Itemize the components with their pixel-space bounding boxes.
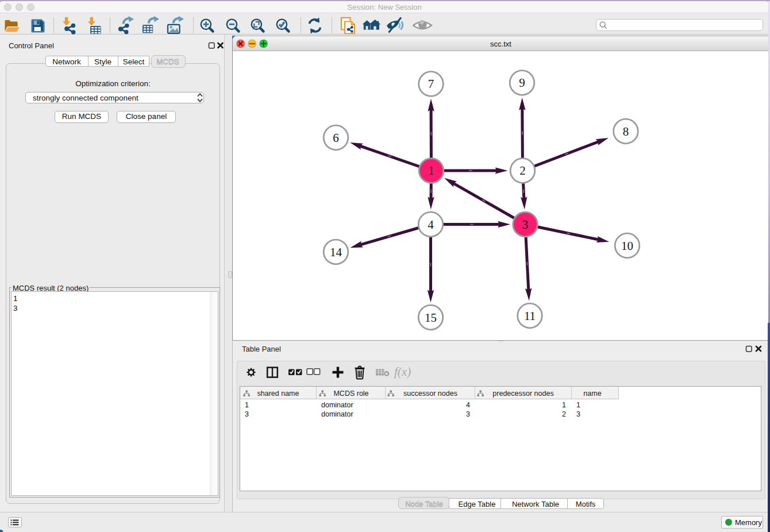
svg-text:4: 4 [428, 218, 434, 232]
svg-text:7: 7 [428, 77, 434, 91]
svg-text:9: 9 [519, 76, 525, 90]
svg-text:15: 15 [425, 311, 437, 325]
svg-text:10: 10 [621, 239, 633, 253]
svg-text:1: 1 [428, 164, 434, 178]
svg-text:2: 2 [519, 164, 526, 178]
svg-text:3: 3 [522, 218, 529, 232]
svg-text:8: 8 [623, 125, 629, 138]
svg-text:14: 14 [330, 245, 342, 259]
svg-text:6: 6 [333, 131, 339, 145]
svg-text:11: 11 [524, 309, 536, 323]
